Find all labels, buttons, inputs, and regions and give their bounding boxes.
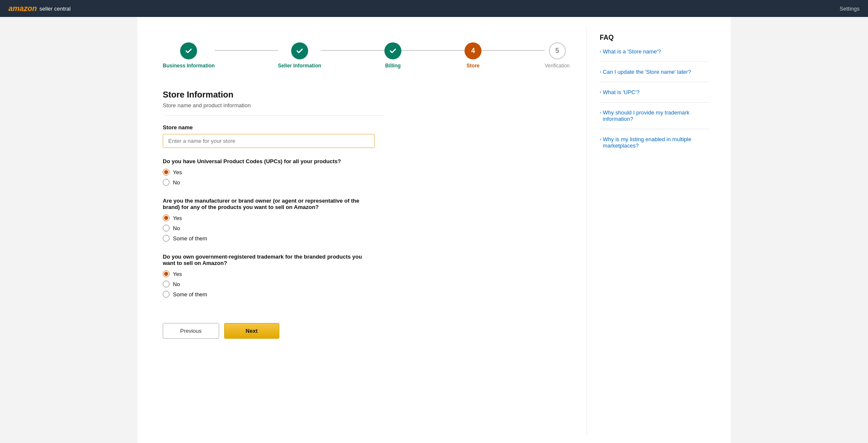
faq-link-3[interactable]: › What is 'UPC'? (600, 89, 709, 95)
manufacturer-yes-option[interactable]: Yes (163, 215, 383, 221)
upc-yes-option[interactable]: Yes (163, 169, 383, 176)
upc-question-section: Do you have Universal Product Codes (UPC… (163, 158, 383, 186)
store-name-group: Store name (163, 124, 383, 148)
step-4-circle: 4 (465, 42, 481, 59)
header: amazon seller central Settings (0, 0, 868, 17)
faq-link-1[interactable]: › What is a 'Store name'? (600, 48, 709, 55)
chevron-icon-2: › (600, 70, 601, 74)
step-2-circle (291, 42, 308, 59)
svg-point-2 (388, 46, 398, 56)
trademark-yes-option[interactable]: Yes (163, 270, 383, 277)
step-2: Seller Information (278, 42, 321, 69)
upc-no-label: No (173, 179, 180, 186)
manufacturer-radio-group: Yes No Some of them (163, 215, 383, 242)
settings-link[interactable]: Settings (840, 6, 860, 12)
step-3: Billing (384, 42, 401, 69)
main-container: Business Information Seller Information (137, 17, 731, 443)
manufacturer-some-label: Some of them (173, 235, 207, 242)
step-4: 4 Store (465, 42, 481, 69)
trademark-question-label: Do you own government-registered tradema… (163, 254, 375, 266)
step-1-label: Business Information (163, 63, 215, 69)
trademark-yes-label: Yes (173, 271, 182, 277)
manufacturer-question-section: Are you the manufacturer or brand owner … (163, 198, 383, 242)
connector-3-4 (401, 50, 465, 51)
chevron-icon-3: › (600, 90, 601, 95)
step-2-label: Seller Information (278, 63, 321, 69)
connector-4-5 (481, 50, 545, 51)
manufacturer-yes-radio[interactable] (163, 215, 170, 221)
button-row: Previous Next (163, 315, 383, 339)
faq-item-1: › What is a 'Store name'? (600, 48, 709, 62)
next-button[interactable]: Next (224, 323, 279, 339)
manufacturer-question-label: Are you the manufacturer or brand owner … (163, 198, 375, 210)
faq-title: FAQ (600, 34, 709, 42)
trademark-some-radio[interactable] (163, 291, 170, 298)
amazon-logo: amazon (8, 4, 37, 13)
manufacturer-no-label: No (173, 225, 180, 231)
form-container: Store Information Store name and product… (163, 90, 383, 339)
faq-text-3: What is 'UPC'? (603, 89, 640, 95)
trademark-some-option[interactable]: Some of them (163, 291, 383, 298)
faq-item-3: › What is 'UPC'? (600, 89, 709, 103)
faq-text-2: Can I update the 'Store name' later? (603, 69, 691, 75)
section-title: Store Information (163, 90, 383, 100)
chevron-icon-1: › (600, 49, 601, 54)
previous-button[interactable]: Previous (163, 323, 219, 339)
manufacturer-no-radio[interactable] (163, 225, 170, 231)
upc-radio-group: Yes No (163, 169, 383, 186)
svg-point-1 (295, 46, 305, 56)
manufacturer-some-option[interactable]: Some of them (163, 235, 383, 242)
section-subtitle: Store name and product information (163, 102, 383, 116)
trademark-no-label: No (173, 281, 180, 287)
trademark-question-section: Do you own government-registered tradema… (163, 254, 383, 298)
trademark-no-radio[interactable] (163, 281, 170, 287)
faq-text-4: Why should I provide my trademark inform… (603, 109, 709, 122)
faq-sidebar: FAQ › What is a 'Store name'? › Can I up… (587, 25, 722, 435)
faq-text-1: What is a 'Store name'? (603, 48, 661, 55)
manufacturer-no-option[interactable]: No (163, 225, 383, 231)
step-4-label: Store (467, 63, 480, 69)
progress-steps: Business Information Seller Information (163, 34, 570, 73)
upc-yes-label: Yes (173, 169, 182, 176)
upc-question-label: Do you have Universal Product Codes (UPC… (163, 158, 375, 164)
upc-yes-radio[interactable] (163, 169, 170, 176)
step-1-circle (180, 42, 197, 59)
faq-link-4[interactable]: › Why should I provide my trademark info… (600, 109, 709, 122)
trademark-no-option[interactable]: No (163, 281, 383, 287)
seller-central-label: seller central (39, 6, 71, 12)
step-1: Business Information (163, 42, 215, 69)
step-5: 5 Verification (545, 42, 570, 69)
trademark-yes-radio[interactable] (163, 270, 170, 277)
connector-1-2 (215, 50, 278, 51)
step-5-label: Verification (545, 63, 570, 69)
connector-2-3 (321, 50, 384, 51)
step-5-circle: 5 (549, 42, 566, 59)
chevron-icon-4: › (600, 110, 601, 115)
step-3-label: Billing (385, 63, 401, 69)
step-3-circle (384, 42, 401, 59)
faq-item-2: › Can I update the 'Store name' later? (600, 69, 709, 82)
logo-area: amazon seller central (8, 4, 71, 13)
faq-item-4: › Why should I provide my trademark info… (600, 109, 709, 129)
svg-point-0 (184, 46, 194, 56)
upc-no-option[interactable]: No (163, 179, 383, 186)
faq-item-5: › Why is my listing enabled in multiple … (600, 136, 709, 156)
manufacturer-yes-label: Yes (173, 215, 182, 221)
store-name-input[interactable] (163, 134, 375, 148)
trademark-radio-group: Yes No Some of them (163, 270, 383, 298)
faq-link-2[interactable]: › Can I update the 'Store name' later? (600, 69, 709, 75)
store-name-label: Store name (163, 124, 383, 131)
upc-no-radio[interactable] (163, 179, 170, 186)
manufacturer-some-radio[interactable] (163, 235, 170, 242)
faq-text-5: Why is my listing enabled in multiple ma… (603, 136, 709, 149)
content-area: Business Information Seller Information (146, 25, 587, 435)
trademark-some-label: Some of them (173, 291, 207, 298)
faq-link-5[interactable]: › Why is my listing enabled in multiple … (600, 136, 709, 149)
chevron-icon-5: › (600, 137, 601, 142)
